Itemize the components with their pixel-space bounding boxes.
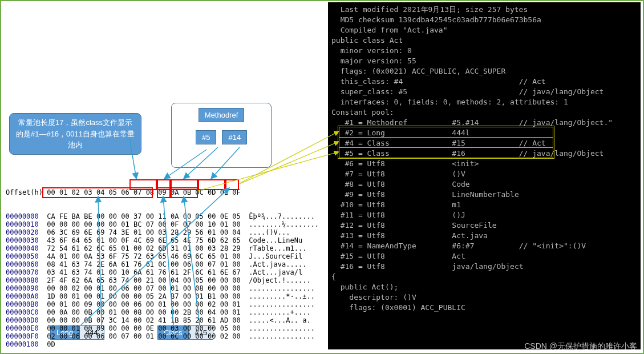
tag-ref-14: #14 <box>222 130 247 144</box>
hex-row: 00000060 08 41 63 74 2E 6A 61 76 61 0C 0… <box>6 260 319 268</box>
hex-editor-pane: Offset(h) 00 01 02 03 04 05 06 07 08 09 … <box>6 172 319 354</box>
hex-row: 00000100 0D <box>6 340 319 348</box>
hex-header: Offset(h) 00 01 02 03 04 05 06 07 08 09 … <box>6 188 319 196</box>
hex-row: 000000B0 00 01 00 09 00 00 00 06 00 01 0… <box>6 300 319 308</box>
javap-terminal: Last modified 2021年9月13日; size 257 bytes… <box>328 2 641 349</box>
tag-ref-5: #5 <box>196 130 216 144</box>
hex-row: 00000080 2F 4F 62 6A 65 63 74 00 21 00 0… <box>6 276 319 284</box>
watermark: CSDN @无保护措施的雎许小客 <box>524 341 637 352</box>
hex-row: 00000090 00 00 02 00 01 00 06 00 07 00 0… <box>6 284 319 292</box>
hex-row: 000000F0 02 00 06 00 06 00 07 00 01 00 0… <box>6 332 319 340</box>
hex-row: 00000020 06 3C 69 6E 69 74 3E 01 00 03 2… <box>6 228 319 236</box>
hex-row: 000000D0 00 00 00 0B 07 3C 14 00 02 41 1… <box>6 316 319 324</box>
hex-row: 00000050 4A 01 00 0A 53 6F 75 72 63 65 4… <box>6 252 319 260</box>
hex-row: 00000040 72 54 61 62 6C 65 01 00 02 6D 3… <box>6 244 319 252</box>
hex-row: 000000C0 00 0A 00 0B 00 01 00 08 00 00 0… <box>6 308 319 316</box>
tag-methodref-group: Methodref #5 #14 <box>171 103 272 168</box>
tag-methodref: Methodref <box>199 108 245 122</box>
hex-row: 000000A0 1D 00 01 00 01 00 00 00 05 2A B… <box>6 292 319 300</box>
hex-row: 00000030 43 6F 64 65 01 00 0F 4C 69 6E 6… <box>6 236 319 244</box>
hex-row: 00000010 00 00 00 00 00 00 01 BC 07 00 0… <box>6 220 319 228</box>
hex-row: 00000070 03 41 63 74 01 00 10 6A 61 76 6… <box>6 268 319 276</box>
hex-row: 00000000 CA FE BA BE 00 00 00 37 00 11 0… <box>6 212 319 220</box>
callout-constant-pool-len: 常量池长度17，虽然class文件显示的是#1—#16，0011自身也算在常量池… <box>9 113 141 155</box>
hex-row: 000000E0 00 00 01 00 09 00 00 00 0E 00 0… <box>6 324 319 332</box>
